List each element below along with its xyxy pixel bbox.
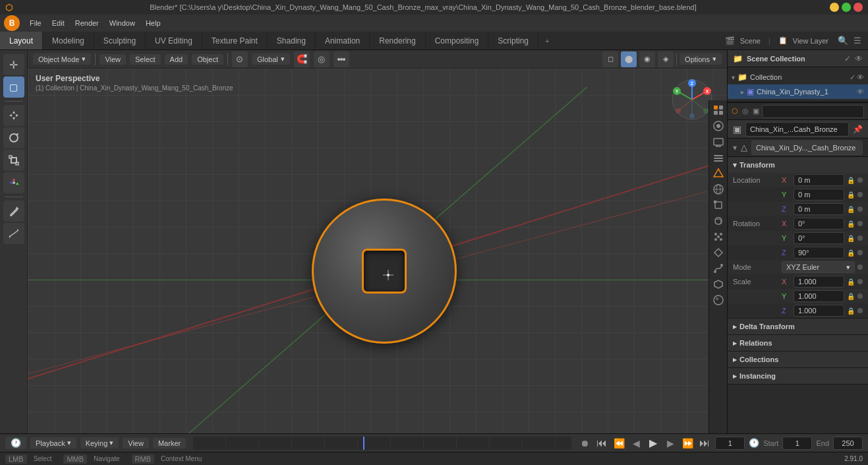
- transform-origin-icon[interactable]: ⊙: [232, 51, 248, 67]
- rotation-z-dot[interactable]: [857, 250, 863, 255]
- collection-row[interactable]: ▾ 📁 Collection ✓ 👁: [728, 70, 868, 84]
- scene-collection-eye[interactable]: 👁: [855, 54, 863, 63]
- cursor-tool[interactable]: ✛: [3, 54, 24, 75]
- viewport-shading-wire[interactable]: ◻: [602, 51, 618, 67]
- collection-expand[interactable]: ▾: [732, 74, 735, 81]
- view-layer-name[interactable]: View Layer: [793, 37, 828, 45]
- skip-to-start-button[interactable]: ⏮: [595, 437, 608, 450]
- transform-tool[interactable]: [3, 172, 24, 193]
- coin-3d-object[interactable]: [312, 199, 457, 344]
- modifier-properties-icon[interactable]: [711, 214, 726, 228]
- location-x-lock[interactable]: 🔒: [847, 177, 855, 184]
- menu-window[interactable]: Window: [105, 18, 140, 28]
- object-properties-icon[interactable]: [711, 198, 726, 212]
- scale-x-value[interactable]: 1.000: [794, 276, 844, 288]
- keying-menu[interactable]: Keying ▾: [80, 437, 119, 449]
- pin-icon[interactable]: 📌: [853, 125, 863, 134]
- timeline-playhead[interactable]: [363, 437, 364, 450]
- object-mode-dropdown[interactable]: Object Mode ▾: [33, 53, 91, 65]
- current-frame-input[interactable]: 1: [715, 437, 745, 450]
- output-properties-icon[interactable]: [711, 135, 726, 149]
- location-x-value[interactable]: 0 m: [794, 174, 844, 186]
- properties-search-input[interactable]: [762, 105, 864, 118]
- rotation-x-lock[interactable]: 🔒: [847, 220, 855, 228]
- tab-rendering[interactable]: Rendering: [370, 32, 425, 49]
- scene-collection-checkmark[interactable]: ✓: [844, 54, 851, 63]
- tab-texture-paint[interactable]: Texture Paint: [202, 32, 268, 49]
- object-name[interactable]: China_Xin_...Cash_Bronze: [745, 122, 849, 137]
- scale-x-dot[interactable]: [857, 279, 863, 284]
- rotation-y-lock[interactable]: 🔒: [847, 235, 855, 242]
- constraints-icon[interactable]: [711, 261, 726, 276]
- move-tool[interactable]: [3, 105, 24, 126]
- timeline-ruler[interactable]: [192, 437, 571, 450]
- skip-to-end-button[interactable]: ⏭: [698, 437, 711, 450]
- rotation-z-value[interactable]: 90°: [794, 247, 844, 259]
- measure-tool[interactable]: [3, 223, 24, 244]
- transform-global[interactable]: Global ▾: [252, 53, 290, 65]
- rotation-x-dot[interactable]: [857, 221, 863, 226]
- annotate-tool[interactable]: [3, 201, 24, 222]
- options-button[interactable]: Options ▾: [680, 53, 722, 65]
- view-menu-timeline[interactable]: View: [123, 438, 149, 449]
- location-y-value[interactable]: 0 m: [794, 189, 844, 201]
- scene-name[interactable]: Scene: [740, 37, 761, 45]
- start-frame-input[interactable]: 1: [782, 437, 812, 450]
- select-tool[interactable]: ▢: [3, 77, 24, 98]
- child-collection-row[interactable]: ▸ ▣ China_Xin_Dynasty_1 👁: [728, 84, 868, 99]
- transform-header[interactable]: ▾ Transform: [728, 157, 868, 173]
- data-properties-icon[interactable]: [711, 277, 726, 292]
- playback-menu[interactable]: Playback ▾: [30, 437, 76, 449]
- marker-menu[interactable]: Marker: [153, 438, 186, 449]
- location-z-value[interactable]: 0 m: [794, 203, 844, 215]
- mesh-name[interactable]: China_Xin_Dy..._Cash_Bronze: [751, 140, 863, 155]
- tab-compositing[interactable]: Compositing: [426, 32, 489, 49]
- window-controls[interactable]: [830, 3, 863, 12]
- scale-z-lock[interactable]: 🔒: [847, 307, 855, 315]
- rotate-tool[interactable]: [3, 127, 24, 148]
- tab-scripting[interactable]: Scripting: [488, 32, 538, 49]
- menu-help[interactable]: Help: [141, 18, 165, 28]
- scale-y-lock[interactable]: 🔒: [847, 293, 855, 300]
- workspace-search-icon[interactable]: 🔍: [838, 36, 848, 46]
- location-x-dot[interactable]: [857, 177, 863, 183]
- material-properties-icon[interactable]: [711, 293, 726, 307]
- rotation-mode-dot[interactable]: [857, 264, 863, 270]
- instancing-header[interactable]: ▸ Instancing: [728, 368, 868, 384]
- delta-transform-header[interactable]: ▸ Delta Transform: [728, 319, 868, 334]
- particles-icon[interactable]: [711, 230, 726, 244]
- physics-icon[interactable]: [711, 245, 726, 260]
- select-menu[interactable]: Select: [130, 54, 161, 65]
- timeline-type-icon[interactable]: 🕐: [5, 437, 26, 449]
- prop-render-tab[interactable]: ◎: [742, 107, 749, 115]
- prop-output-tab[interactable]: ▣: [753, 107, 759, 115]
- tab-shading[interactable]: Shading: [268, 32, 316, 49]
- menu-edit[interactable]: Edit: [47, 18, 69, 28]
- menu-file[interactable]: File: [25, 18, 46, 28]
- add-workspace-button[interactable]: +: [538, 32, 556, 49]
- collections-header[interactable]: ▸ Collections: [728, 352, 868, 367]
- location-y-dot[interactable]: [857, 192, 863, 197]
- scene-properties-icon[interactable]: [711, 103, 726, 117]
- tab-layout[interactable]: Layout: [0, 32, 43, 49]
- scale-y-dot[interactable]: [857, 294, 863, 299]
- scale-x-lock[interactable]: 🔒: [847, 278, 855, 286]
- scale-y-value[interactable]: 1.000: [794, 290, 844, 302]
- child-eye[interactable]: 👁: [857, 88, 864, 96]
- render-properties-icon[interactable]: [711, 119, 726, 133]
- location-y-lock[interactable]: 🔒: [847, 191, 855, 199]
- viewport-shading-solid[interactable]: ⬤: [621, 51, 637, 67]
- tab-uv-editing[interactable]: UV Editing: [146, 32, 202, 49]
- snap-magnet-icon[interactable]: 🧲: [294, 51, 310, 67]
- world-properties-icon[interactable]: [711, 182, 726, 197]
- scene-icon[interactable]: [711, 166, 726, 181]
- menu-render[interactable]: Render: [71, 18, 103, 28]
- tab-modeling[interactable]: Modeling: [43, 32, 94, 49]
- close-button[interactable]: [854, 3, 863, 12]
- transform-extra-icon[interactable]: [333, 51, 349, 67]
- prev-frame-button[interactable]: ⏪: [612, 437, 625, 450]
- relations-header[interactable]: ▸ Relations: [728, 335, 868, 351]
- location-z-lock[interactable]: 🔒: [847, 206, 855, 213]
- viewport-3d[interactable]: Object Mode ▾ View Select Add Object ⊙ G…: [28, 50, 727, 452]
- next-frame-button[interactable]: ⏩: [681, 437, 694, 450]
